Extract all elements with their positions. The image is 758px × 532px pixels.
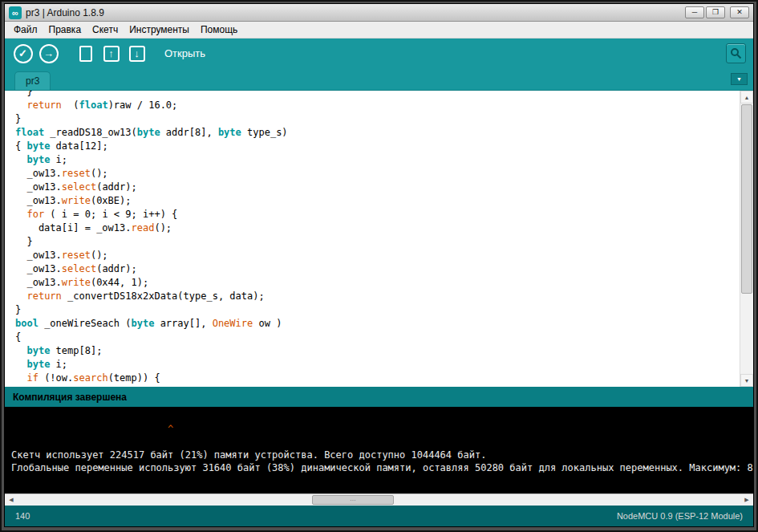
current-line-number: 140 <box>15 511 30 521</box>
verify-button[interactable]: ✓ <box>12 43 34 64</box>
magnifier-icon <box>730 47 742 59</box>
console-line: Скетч использует 224517 байт (21%) памят… <box>11 449 747 461</box>
code-line: byte i; <box>15 358 753 372</box>
menu-bar: ФайлПравкаСкетчИнструментыПомощь <box>5 22 753 39</box>
window-frame: ∞ pr3 | Arduino 1.8.9 ─ ❐ ✕ ФайлПравкаСк… <box>2 2 756 530</box>
console-horizontal-scrollbar[interactable]: ◀ ∙∙∙ ▶ <box>5 493 753 506</box>
editor-vertical-scrollbar[interactable]: ▲ ▼ <box>740 91 753 387</box>
code-line: if (!ow.search(temp)) { <box>15 372 753 385</box>
desktop-background: ∞ pr3 | Arduino 1.8.9 ─ ❐ ✕ ФайлПравкаСк… <box>0 0 758 532</box>
footer-status-bar: 140 NodeMCU 0.9 (ESP-12 Module) <box>5 506 753 526</box>
horizontal-scroll-thumb[interactable]: ∙∙∙ <box>312 495 395 505</box>
open-icon: ↑ <box>103 46 120 62</box>
code-line: _ow13.write(0xBE); <box>15 194 753 208</box>
new-sketch-icon <box>79 46 92 62</box>
compile-status-bar: Компиляция завершена <box>5 387 753 407</box>
open-button[interactable]: ↑ <box>100 43 122 64</box>
code-editor[interactable]: } return (float)raw / 16.0;}float _readD… <box>5 90 753 387</box>
close-button[interactable]: ✕ <box>730 6 749 18</box>
save-icon: ↓ <box>129 46 145 62</box>
code-line: float _readDS18_ow13(byte addr[8], byte … <box>15 126 753 140</box>
tab-label: pr3 <box>26 75 39 87</box>
serial-monitor-button[interactable] <box>726 43 746 63</box>
console-line <box>11 436 747 449</box>
scroll-left-arrow-icon[interactable]: ◀ <box>5 494 18 506</box>
verify-icon: ✓ <box>14 44 33 63</box>
tab-pr3[interactable]: pr3 <box>14 71 51 90</box>
tab-bar: pr3 ▼ <box>5 68 753 90</box>
menu-item-Файл[interactable]: Файл <box>8 22 43 37</box>
scroll-right-arrow-icon[interactable]: ▶ <box>740 494 753 506</box>
console-line: ^ <box>11 423 747 436</box>
save-button[interactable]: ↓ <box>126 43 148 64</box>
status-message: Компиляция завершена <box>13 392 127 403</box>
title-bar[interactable]: ∞ pr3 | Arduino 1.8.9 ─ ❐ ✕ <box>5 4 753 22</box>
minimize-button[interactable]: ─ <box>685 6 704 18</box>
board-name: NodeMCU 0.9 (ESP-12 Module) <box>617 511 743 521</box>
menu-item-Инструменты[interactable]: Инструменты <box>124 22 195 37</box>
console-output: ^ Скетч использует 224517 байт (21%) пам… <box>5 407 753 493</box>
upload-icon: → <box>39 44 59 63</box>
scroll-up-arrow-icon[interactable]: ▲ <box>740 91 753 104</box>
console-line: Глобальные переменные используют 31640 б… <box>11 461 747 474</box>
menu-item-Скетч[interactable]: Скетч <box>87 22 124 37</box>
toolbar: ✓→↑↓ Открыть <box>5 39 753 68</box>
code-line: _ow13.select(addr); <box>15 262 753 276</box>
code-line: _ow13.reset(); <box>15 249 753 262</box>
code-line: { <box>15 331 753 344</box>
menu-item-Правка[interactable]: Правка <box>43 22 87 37</box>
code-line: { byte data[12]; <box>15 140 753 153</box>
vertical-scroll-thumb[interactable] <box>741 104 752 294</box>
code-line: } <box>15 112 753 126</box>
code-line: byte temp[8]; <box>15 344 753 358</box>
code-line: } <box>15 303 753 317</box>
window-title: pr3 | Arduino 1.8.9 <box>26 7 104 18</box>
toolbar-buttons: ✓→↑↓ <box>12 43 148 64</box>
code-line: } <box>15 235 753 249</box>
code-line: } <box>15 90 753 99</box>
code-line: byte i; <box>15 153 753 167</box>
code-line: return (float)raw / 16.0; <box>15 99 753 112</box>
code-line: _ow13.write(0x44, 1); <box>15 276 753 290</box>
maximize-button[interactable]: ❐ <box>706 6 725 18</box>
arduino-ide-window: ∞ pr3 | Arduino 1.8.9 ─ ❐ ✕ ФайлПравкаСк… <box>4 3 754 527</box>
new-sketch-button[interactable] <box>75 43 96 64</box>
code-line: _ow13.reset(); <box>15 167 753 181</box>
code-area[interactable]: } return (float)raw / 16.0;}float _readD… <box>5 90 753 385</box>
scroll-down-arrow-icon[interactable]: ▼ <box>740 374 753 387</box>
tab-list-dropdown-button[interactable]: ▼ <box>731 73 748 85</box>
arduino-logo-icon: ∞ <box>9 6 22 19</box>
console-line <box>11 410 747 423</box>
toolbar-hover-label: Открыть <box>164 47 205 59</box>
menu-item-Помощь[interactable]: Помощь <box>195 22 243 37</box>
upload-button[interactable]: → <box>38 43 59 64</box>
window-controls: ─ ❐ ✕ <box>685 6 749 18</box>
code-line: bool _oneWireSeach (byte array[], OneWir… <box>15 317 753 331</box>
code-line: data[i] = _ow13.read(); <box>15 221 753 235</box>
code-line: _ow13.select(addr); <box>15 181 753 194</box>
code-line: for ( i = 0; i < 9; i++) { <box>15 208 753 221</box>
code-line: return _convertDS18x2xData(type_s, data)… <box>15 290 753 303</box>
